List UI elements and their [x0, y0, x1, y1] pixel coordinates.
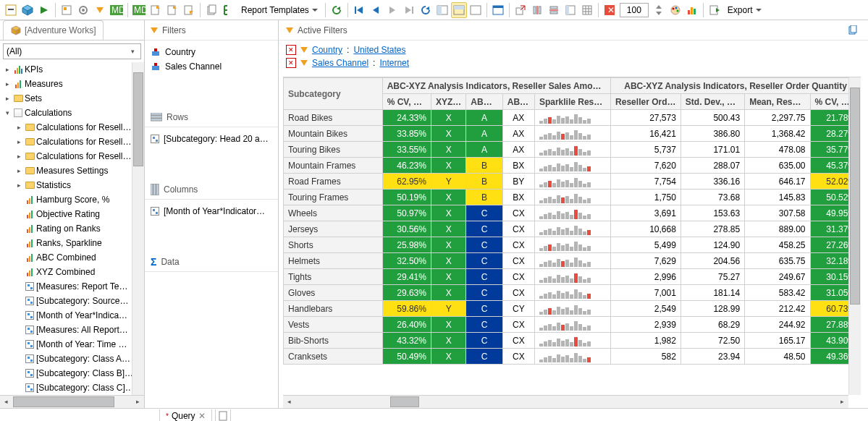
- svg-rect-33: [493, 6, 503, 8]
- zoom-input[interactable]: [620, 3, 649, 17]
- remove-filter-icon[interactable]: ✕: [286, 45, 296, 55]
- table-row[interactable]: Vests26.40%XCCX2,93968.29244.9227.88%: [284, 317, 861, 333]
- bottom-tabs: *Query✕: [0, 408, 868, 421]
- col-header[interactable]: AB…: [502, 94, 534, 110]
- nav-next-icon[interactable]: [384, 2, 400, 18]
- table-row[interactable]: Touring Bikes33.55%XAAX5,737171.01478.08…: [284, 142, 861, 158]
- svg-point-49: [676, 9, 678, 12]
- filter-channel-value[interactable]: Internet: [379, 58, 409, 68]
- col-header[interactable]: Sparklile Rese…: [534, 94, 610, 110]
- grid-hscroll[interactable]: ◂ ▸: [283, 395, 848, 408]
- tree-hscroll[interactable]: ◂ ▸: [0, 395, 144, 408]
- export-all-icon[interactable]: [181, 2, 197, 18]
- table-row[interactable]: Wheels50.97%XCCX3,691153.63307.5849.95%: [284, 205, 861, 221]
- col-header[interactable]: % CV, R…: [382, 94, 431, 110]
- reload-blue-icon[interactable]: [418, 2, 434, 18]
- layout1-icon[interactable]: [434, 2, 450, 18]
- col-header[interactable]: Std. Dev., R…: [681, 94, 744, 110]
- mdx-green-icon[interactable]: MDX: [109, 2, 125, 18]
- copy-filters-icon[interactable]: [845, 22, 861, 38]
- dimension-selector[interactable]: (All) ▾: [3, 43, 141, 59]
- rows-insert-icon[interactable]: [546, 2, 562, 18]
- table-row[interactable]: Gloves29.63%XCCX7,001181.14583.4231.05%: [284, 285, 861, 301]
- table-row[interactable]: Cranksets50.49%XCCX58223.9448.5049.36%: [284, 349, 861, 365]
- report-templates-dropdown[interactable]: Report Templates: [237, 2, 322, 18]
- tree-scrollbar[interactable]: [132, 62, 144, 395]
- svg-rect-40: [566, 6, 569, 14]
- pivot-grid[interactable]: Subcategory ABC-XYZ Analysis Indicators,…: [283, 77, 861, 408]
- metadata-tree[interactable]: ▸KPIs ▸Measures ▸Sets ▾Calculations ▸Cal…: [0, 62, 144, 395]
- run-icon[interactable]: [36, 2, 52, 18]
- refresh-report-icon[interactable]: [59, 2, 75, 18]
- chart-icon[interactable]: [684, 2, 700, 18]
- filter-country-link[interactable]: Country: [312, 45, 342, 55]
- svg-rect-1: [8, 9, 14, 10]
- export-doc-icon[interactable]: [707, 2, 722, 18]
- mdx-icon[interactable]: [3, 2, 19, 18]
- svg-point-47: [672, 7, 674, 9]
- grid-vscroll[interactable]: [848, 77, 861, 395]
- nav-first-icon[interactable]: [351, 2, 367, 18]
- layout3-icon[interactable]: [468, 2, 484, 18]
- table-row[interactable]: Road Bikes24.33%XAAX27,573500.432,297.75…: [284, 110, 861, 126]
- columns-item[interactable]: [Month of Year*Indicator…: [151, 204, 272, 218]
- filter-funnel-icon[interactable]: [92, 2, 108, 18]
- svg-rect-58: [154, 48, 157, 51]
- copy-icon[interactable]: [203, 2, 219, 18]
- layout-panel: Filters Country Sales Channel Rows [Subc…: [145, 20, 279, 408]
- table-row[interactable]: Mountain Frames46.23%XBBX7,620288.07635.…: [284, 158, 861, 174]
- cube-icon[interactable]: [20, 2, 35, 18]
- table-row[interactable]: Bib-Shorts43.32%XCCX1,98272.50165.1743.9…: [284, 333, 861, 349]
- nav-last-icon[interactable]: [401, 2, 417, 18]
- col-header[interactable]: Reseller Orde…: [611, 94, 681, 110]
- col-header[interactable]: XYZ,…: [431, 94, 465, 110]
- table-row[interactable]: Tights29.41%XCCX2,99675.27249.6730.15%: [284, 269, 861, 285]
- export-page-icon[interactable]: [148, 2, 164, 18]
- table-row[interactable]: Helmets32.50%XCCX7,629204.56635.7532.18%: [284, 253, 861, 269]
- table-row[interactable]: Handlebars59.86%YCCY2,549128.99212.4260.…: [284, 301, 861, 317]
- col-group-1[interactable]: ABC-XYZ Analysis Indicators, Reseller Sa…: [382, 78, 610, 94]
- filter-channel-link[interactable]: Sales Channel: [312, 58, 368, 68]
- warn-icon[interactable]: ✕: [602, 2, 618, 18]
- col-header[interactable]: Mean, Rese…: [745, 94, 810, 110]
- filter-country[interactable]: Country: [151, 45, 272, 59]
- nav-prev-icon[interactable]: [368, 2, 384, 18]
- export-dropdown[interactable]: Export: [723, 2, 766, 18]
- svg-marker-22: [373, 7, 379, 14]
- table-row[interactable]: Touring Frames50.19%XBBX1,75073.68145.83…: [284, 190, 861, 205]
- col-header[interactable]: ABC,…: [466, 94, 502, 110]
- layout2-icon[interactable]: [451, 2, 467, 18]
- refresh-icon[interactable]: [329, 2, 345, 18]
- grid-full-icon[interactable]: [579, 2, 595, 18]
- svg-marker-44: [656, 5, 662, 9]
- col-group-2[interactable]: ABC-XYZ Analysis Indicators, Reseller Or…: [611, 78, 861, 94]
- svg-rect-57: [152, 51, 159, 56]
- cols-insert-icon[interactable]: [529, 2, 545, 18]
- table-row[interactable]: Mountain Bikes33.85%XAAX16,421386.801,36…: [284, 126, 861, 142]
- table-row[interactable]: Jerseys30.56%XCCX10,668278.85889.0031.37…: [284, 221, 861, 237]
- new-tab[interactable]: [215, 409, 231, 422]
- filter-icon: [151, 27, 158, 33]
- cube-name: [Adventure Works]: [25, 25, 96, 35]
- palette-icon[interactable]: [667, 2, 683, 18]
- table-row[interactable]: Road Frames62.95%YBBY7,754336.16646.1752…: [284, 174, 861, 190]
- col-subcategory[interactable]: Subcategory: [284, 78, 383, 110]
- import-page-icon[interactable]: [164, 2, 180, 18]
- sigma-icon: Σ: [151, 256, 156, 268]
- grid-left-icon[interactable]: [562, 2, 578, 18]
- template-tree-icon[interactable]: [220, 2, 236, 18]
- svg-rect-37: [550, 7, 557, 9]
- filter-country-value[interactable]: United States: [353, 45, 405, 55]
- query-tab[interactable]: *Query✕: [159, 409, 212, 422]
- popout-icon[interactable]: [513, 2, 528, 18]
- mdx-out-icon[interactable]: MDX: [131, 2, 147, 18]
- table-row[interactable]: Shorts25.98%XCCX5,499124.90458.2527.26%: [284, 237, 861, 253]
- window-icon[interactable]: [490, 2, 506, 18]
- settings-icon[interactable]: [75, 2, 91, 18]
- remove-filter-icon[interactable]: ✕: [286, 58, 296, 68]
- filter-sales-channel[interactable]: Sales Channel: [151, 59, 272, 74]
- cube-tab[interactable]: [Adventure Works]: [3, 20, 104, 40]
- rows-item[interactable]: [Subcategory: Head 20 a…: [151, 132, 272, 146]
- spinner-icon[interactable]: [651, 2, 667, 18]
- svg-rect-31: [471, 6, 481, 14]
